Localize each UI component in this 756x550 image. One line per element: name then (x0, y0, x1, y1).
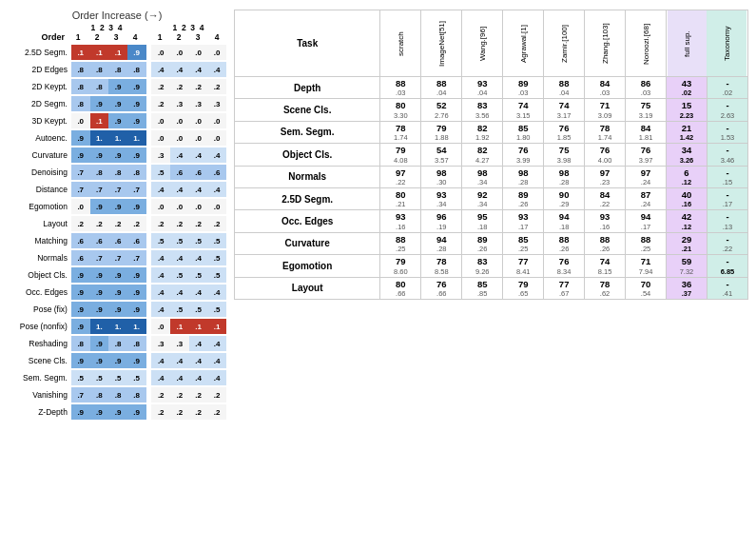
hmap-row: 2D Edges.8.8.8.8.4.4.4.4 (8, 61, 226, 78)
hmap-cell: .7 (108, 250, 127, 265)
hmap-cell: .9 (108, 79, 127, 94)
hmap-cell: .9 (71, 319, 90, 334)
hmap-cell: .4 (207, 285, 226, 300)
task-cell: Depth (235, 77, 380, 99)
cell-top-value: 92 (464, 189, 500, 200)
hmap-row: Distance.7.7.7.7.4.4.4.4 (8, 181, 226, 198)
cell-top-value: 79 (423, 123, 459, 133)
cell-top-value: 98 (423, 167, 459, 178)
hmap-cell: .5 (170, 267, 189, 283)
hmap-cell: .2 (170, 79, 189, 94)
value-cell: 88.25 (626, 232, 667, 254)
cell-top-value: 88 (382, 234, 418, 245)
value-cell: 89.26 (462, 232, 503, 254)
hmap-cell: .0 (71, 113, 90, 128)
cell-bot-value: .03 (628, 88, 664, 97)
cell-bot-value: .66 (423, 289, 459, 298)
table-row: Egomotion798.60788.58839.26778.41768.347… (235, 255, 748, 277)
hmap-cell: .7 (127, 250, 146, 265)
cell-bot-value: .02 (669, 88, 705, 97)
value-cell: 79.65 (503, 277, 544, 299)
hmap-cell: .4 (189, 370, 208, 385)
cell-top-value: 70 (628, 279, 664, 289)
hmap-cell: .8 (108, 336, 127, 351)
value-cell: 781.74 (380, 121, 421, 143)
cell-bot-value: .17 (505, 223, 541, 231)
hmap-cell: .2 (189, 387, 208, 403)
hmap-row-label: Z-Depth (8, 407, 71, 417)
cell-top-value: 83 (464, 100, 500, 110)
value-cell: 763.99 (503, 144, 544, 166)
value-cell: 152.23 (667, 99, 708, 121)
hmap-cell: .7 (71, 387, 90, 403)
cell-bot-value: 3.09 (587, 111, 623, 120)
hmap-cell: .0 (189, 130, 208, 146)
cell-top-value: 79 (505, 279, 541, 289)
cell-bot-value: .41 (709, 289, 746, 298)
cell-top-value: 96 (423, 211, 459, 222)
value-cell: 851.80 (503, 121, 544, 143)
cell-bot-value: .34 (464, 178, 500, 187)
value-cell: -.02 (707, 77, 747, 99)
hmap-cell: .3 (151, 147, 170, 163)
hmap-row: Pose (fix).9.9.9.9.4.5.5.5 (8, 301, 226, 318)
value-cell: 791.88 (421, 121, 462, 143)
value-cell: 88.04 (544, 77, 585, 99)
cell-top-value: 85 (505, 123, 541, 133)
hmap-cell: .4 (170, 250, 189, 265)
col-header-7: Noroozi.[68] (626, 10, 667, 77)
cell-top-value: 83 (464, 256, 500, 266)
cell-top-value: 74 (587, 256, 623, 266)
cell-bot-value: .26 (587, 245, 623, 253)
cell-bot-value: .22 (709, 245, 746, 253)
hmap-cell: .9 (127, 199, 146, 214)
value-cell: 92.34 (462, 187, 503, 209)
cell-top-value: 90 (546, 189, 582, 200)
cell-top-value: 74 (546, 100, 582, 110)
table-row: Layout80.6676.6685.8579.6577.6778.6270.5… (235, 277, 748, 299)
hmap-row: Sem. Segm..5.5.5.5.4.4.4.4 (8, 369, 226, 386)
hmap-cell: .8 (71, 79, 90, 94)
hmap-cell: .0 (151, 199, 170, 214)
hmap-cell: .8 (127, 387, 146, 403)
header-row: TaskscratchImageNet[51]Wang.[96]Agrawal.… (235, 10, 748, 77)
hmap-cell: .9 (90, 96, 109, 111)
hmap-cell: .2 (71, 216, 90, 231)
value-cell: 211.42 (667, 121, 708, 143)
value-cell: 743.17 (544, 99, 585, 121)
cell-bot-value: .04 (546, 88, 582, 97)
value-cell: 98.30 (421, 166, 462, 187)
cell-top-value: 6 (669, 167, 705, 178)
value-cell: -.15 (707, 166, 747, 187)
cell-top-value: 42 (669, 211, 705, 222)
value-cell: 97.23 (585, 166, 626, 187)
hmap-cell: .2 (170, 216, 189, 231)
cell-bot-value: .28 (505, 178, 541, 187)
hmap-cell: .8 (108, 165, 127, 180)
col-header-1: scratch (380, 10, 421, 77)
hmap-row-label: 3D Keypt. (8, 116, 71, 126)
hmap-cell: .4 (170, 285, 189, 300)
value-cell: 748.15 (585, 255, 626, 277)
hmap-cell: .4 (170, 370, 189, 385)
hmap-cell: .0 (207, 130, 226, 146)
col-header-0: 1 (68, 32, 87, 42)
task-cell: 2.5D Segm. (235, 187, 380, 209)
hmap-row-label: Layout (8, 219, 71, 228)
cell-top-value: 78 (587, 123, 623, 133)
hmap-cell: .9 (108, 353, 127, 368)
cell-bot-value: .28 (546, 178, 582, 187)
cell-bot-value: 7.94 (628, 267, 664, 276)
cell-bot-value: .25 (382, 245, 418, 253)
cell-top-value: 88 (382, 78, 418, 88)
hmap-cell: .0 (151, 113, 170, 128)
value-cell: -2.63 (707, 99, 747, 121)
table-row: 2.5D Segm.80.2193.3492.3489.2690.2984.22… (235, 187, 748, 209)
hmap-cell: .9 (90, 285, 109, 300)
hmap-cell: .4 (151, 302, 170, 317)
hmap-row: 2D Segm..8.9.9.9.2.3.3.3 (8, 95, 226, 112)
hmap-cell: .2 (90, 216, 109, 231)
table-row: Normals97.2298.3098.3498.2898.2897.2397.… (235, 166, 748, 187)
cell-bot-value: 1.74 (587, 133, 623, 142)
hmap-cell: .1 (90, 113, 109, 128)
